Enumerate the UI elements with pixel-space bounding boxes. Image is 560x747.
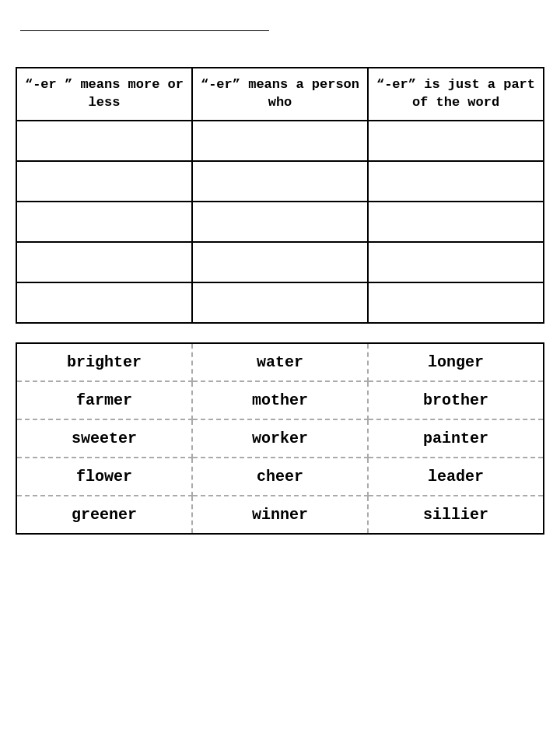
sort-table-cell[interactable] — [16, 161, 192, 202]
page: “-er ” means more or less “-er” means a … — [0, 0, 560, 747]
name-row — [16, 16, 544, 31]
header — [16, 39, 544, 56]
sort-table-row — [16, 282, 544, 323]
word-bank-cell: brother — [368, 381, 544, 419]
word-bank-row: brighterwaterlonger — [16, 343, 544, 381]
sort-table-cell[interactable] — [368, 282, 544, 323]
word-bank-cell: water — [192, 343, 368, 381]
sort-table-row — [16, 121, 544, 161]
sort-table-cell[interactable] — [368, 161, 544, 202]
word-bank-cell: longer — [368, 343, 544, 381]
word-bank-row: greenerwinnersillier — [16, 496, 544, 534]
sort-table-cell[interactable] — [192, 282, 368, 323]
word-bank-row: farmermotherbrother — [16, 381, 544, 419]
word-bank-cell: sillier — [368, 496, 544, 534]
word-bank-cell: painter — [368, 419, 544, 458]
sort-table: “-er ” means more or less “-er” means a … — [16, 67, 544, 324]
word-bank-cell: sweeter — [16, 419, 192, 458]
word-bank-cell: brighter — [16, 343, 192, 381]
sort-table-cell[interactable] — [16, 282, 192, 323]
word-bank-cell: cheer — [192, 458, 368, 496]
sort-table-cell[interactable] — [368, 121, 544, 161]
sort-table-cell[interactable] — [16, 242, 192, 282]
word-bank-cell: farmer — [16, 381, 192, 419]
word-bank-cell: winner — [192, 496, 368, 534]
word-bank-row: flowercheerleader — [16, 458, 544, 496]
word-bank-cell: worker — [192, 419, 368, 458]
sort-table-header-row: “-er ” means more or less “-er” means a … — [16, 68, 544, 121]
word-bank-cell: leader — [368, 458, 544, 496]
sort-table-row — [16, 202, 544, 242]
sort-table-cell[interactable] — [192, 202, 368, 242]
sort-table-cell[interactable] — [192, 161, 368, 202]
col-header-3: “-er” is just a part of the word — [368, 68, 544, 121]
word-bank-cell: greener — [16, 496, 192, 534]
col-header-2: “-er” means a person who — [192, 68, 368, 121]
sort-table-cell[interactable] — [192, 242, 368, 282]
word-bank-cell: flower — [16, 458, 192, 496]
word-bank-row: sweeterworkerpainter — [16, 419, 544, 458]
sort-table-cell[interactable] — [16, 202, 192, 242]
sort-table-cell[interactable] — [16, 121, 192, 161]
subtitle — [16, 39, 544, 56]
word-bank-cell: mother — [192, 381, 368, 419]
sort-table-row — [16, 161, 544, 202]
sort-table-cell[interactable] — [192, 121, 368, 161]
name-input-line[interactable] — [20, 16, 269, 31]
word-bank-table: brighterwaterlongerfarmermotherbrothersw… — [16, 342, 544, 535]
col-header-1: “-er ” means more or less — [16, 68, 192, 121]
sort-table-row — [16, 242, 544, 282]
sort-table-cell[interactable] — [368, 202, 544, 242]
sort-table-cell[interactable] — [368, 242, 544, 282]
